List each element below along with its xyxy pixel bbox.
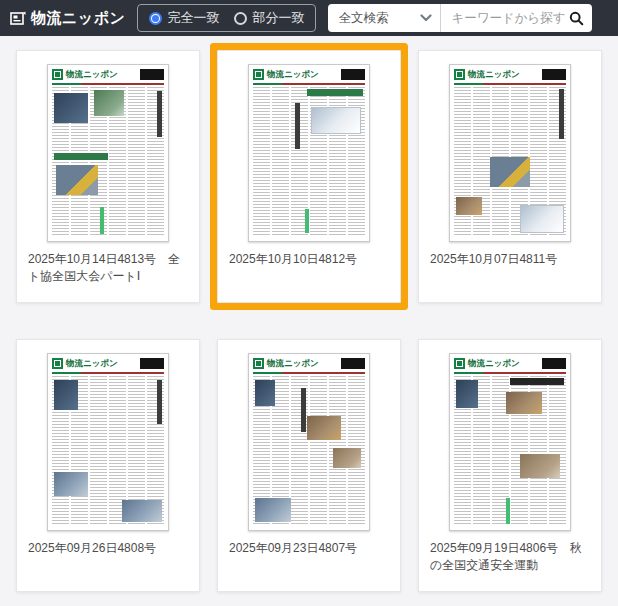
thumb-photo [122,500,162,522]
issue-card-4808[interactable]: 物流ニッポン 2025年09月26日4808号 [16,339,200,592]
thumb-photo [520,454,560,478]
thumb-green-strip [100,207,104,234]
issue-card-4807[interactable]: 物流ニッポン 2025年09月23日4807号 [217,339,401,592]
masthead-issue-box [140,358,164,369]
thumb-vertical-headline [559,89,564,139]
thumb-photo [520,205,564,233]
masthead-rule [253,83,365,85]
masthead-logo-icon [52,358,63,369]
thumb-masthead: 物流ニッポン [253,357,365,370]
issue-card-4812-selected[interactable]: 物流ニッポン 2025年10月10日4812号 [217,50,401,303]
newspaper-thumbnail[interactable]: 物流ニッポン [47,353,169,531]
masthead-rule [253,372,365,374]
issue-caption: 2025年09月23日4807号 [218,540,400,557]
thumb-vertical-headline [157,91,162,137]
newspaper-thumbnail[interactable]: 物流ニッポン [248,353,370,531]
thumb-photo [456,380,478,408]
thumb-vertical-headline [295,103,300,149]
issue-caption: 2025年10月07日4811号 [419,251,601,268]
masthead-issue-box [542,69,566,80]
masthead-rule [52,83,164,85]
radio-partial-match[interactable]: 部分一致 [234,9,304,27]
masthead-rule [454,372,566,374]
masthead-issue-box [341,69,365,80]
keyword-input-wrap [441,4,592,32]
masthead-title: 物流ニッポン [66,69,118,81]
issue-caption: 2025年09月26日4808号 [17,540,199,557]
app-logo: 物流ニッポン [10,9,125,28]
masthead-logo-icon [454,69,465,80]
search-box: 全文検索 [328,4,592,32]
masthead-issue-box [341,358,365,369]
issue-caption: 2025年10月10日4812号 [218,251,400,268]
search-scope-value: 全文検索 [338,10,420,27]
masthead-title: 物流ニッポン [267,69,319,81]
masthead-issue-box [140,69,164,80]
radio-exact-match[interactable]: 完全一致 [149,9,219,27]
issue-grid: 物流ニッポン 2025年10月14日4813号 全ト協全国大会パートⅠ 物流ニッ… [0,36,618,606]
thumb-photo [311,107,361,134]
issue-card-4811[interactable]: 物流ニッポン 2025年10月07日4811号 [418,50,602,303]
masthead-logo-icon [52,69,63,80]
thumb-photo [56,165,98,195]
radio-unselected-icon[interactable] [234,12,247,25]
thumb-masthead: 物流ニッポン [454,357,566,370]
masthead-title: 物流ニッポン [468,358,520,370]
masthead-rule [52,372,164,374]
top-header-bar: 物流ニッポン 完全一致 部分一致 全文検索 [0,0,618,36]
match-mode-radio-group: 完全一致 部分一致 [137,4,316,32]
thumb-headline-bar [54,153,108,160]
masthead-logo-icon [253,358,264,369]
thumb-masthead: 物流ニッポン [52,68,164,81]
masthead-logo-icon [454,358,465,369]
thumb-vertical-headline [157,380,162,424]
search-icon[interactable] [569,11,584,26]
thumb-photo [307,416,341,440]
radio-exact-label: 完全一致 [167,9,219,27]
search-scope-select[interactable]: 全文検索 [328,4,440,32]
thumb-photo [333,448,361,468]
masthead-title: 物流ニッポン [66,358,118,370]
chevron-down-icon [420,14,432,22]
thumb-green-strip [506,498,510,524]
thumb-photo [506,392,542,414]
thumb-green-strip [305,209,309,233]
newspaper-thumbnail[interactable]: 物流ニッポン [449,64,571,242]
issue-card-4806[interactable]: 物流ニッポン 2025年09月19日4806号 秋の全国交通安全運動 [418,339,602,592]
thumb-masthead: 物流ニッポン [52,357,164,370]
masthead-logo-icon [253,69,264,80]
thumb-photo [54,380,78,410]
issue-card-4813[interactable]: 物流ニッポン 2025年10月14日4813号 全ト協全国大会パートⅠ [16,50,200,303]
thumb-photo [94,90,124,116]
masthead-title: 物流ニッポン [468,69,520,81]
thumb-headline-bar [510,378,564,385]
thumb-photo [54,93,88,123]
keyword-search-input[interactable] [451,11,569,25]
newspaper-thumbnail[interactable]: 物流ニッポン [47,64,169,242]
masthead-title: 物流ニッポン [267,358,319,370]
thumb-photo [54,472,88,496]
issue-caption: 2025年10月14日4813号 全ト協全国大会パートⅠ [17,251,199,285]
radio-selected-icon[interactable] [149,12,162,25]
app-logo-text: 物流ニッポン [31,9,125,28]
radio-partial-label: 部分一致 [252,9,304,27]
thumb-photo [456,197,482,215]
newspaper-thumbnail[interactable]: 物流ニッポン [248,64,370,242]
thumb-masthead: 物流ニッポン [253,68,365,81]
newspaper-thumbnail[interactable]: 物流ニッポン [449,353,571,531]
masthead-rule [454,83,566,85]
thumb-photo [255,498,291,522]
masthead-issue-box [542,358,566,369]
newspaper-logo-icon [10,11,26,26]
thumb-photo [490,157,530,187]
thumb-photo [255,380,275,406]
thumb-headline-bar [307,89,363,96]
issue-caption: 2025年09月19日4806号 秋の全国交通安全運動 [419,540,601,574]
thumb-vertical-headline [301,388,306,432]
thumb-masthead: 物流ニッポン [454,68,566,81]
